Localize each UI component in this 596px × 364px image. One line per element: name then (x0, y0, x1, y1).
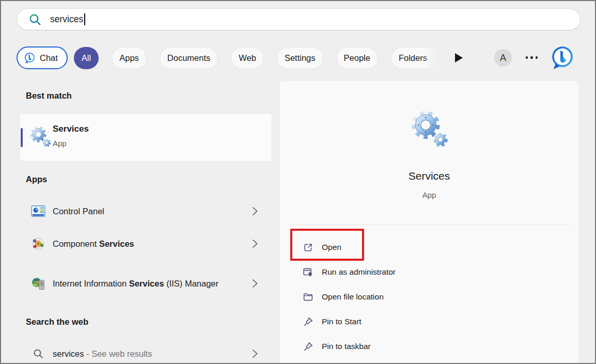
run-as-admin-icon (302, 267, 313, 278)
result-web-search[interactable]: services - See web results (20, 342, 272, 364)
best-match-subtitle: App (53, 139, 67, 148)
pin-icon (302, 316, 313, 327)
preview-subtitle: App (280, 191, 578, 199)
tab-chat-label: Chat (40, 53, 58, 63)
component-services-icon (31, 236, 45, 251)
search-the-web-header: Search the web (26, 317, 88, 327)
search-bar[interactable]: services (17, 8, 581, 30)
pin-icon (302, 341, 313, 352)
tab-settings[interactable]: Settings (277, 47, 323, 69)
tab-apps[interactable]: Apps (112, 47, 147, 69)
tab-people[interactable]: People (336, 47, 378, 69)
bing-chat-launcher-icon[interactable] (550, 45, 575, 72)
folder-icon (302, 292, 313, 303)
web-search-icon (31, 348, 45, 359)
best-match-result[interactable]: Services App (20, 114, 272, 161)
best-match-header: Best match (26, 91, 72, 101)
apps-header: Apps (26, 175, 47, 184)
result-iis-manager[interactable]: Internet Information Services (IIS) Mana… (20, 263, 272, 304)
result-control-panel[interactable]: Control Panel (20, 200, 272, 223)
chevron-right-icon (252, 205, 258, 217)
selection-accent-bar (21, 128, 23, 147)
services-app-icon-large (409, 109, 450, 153)
bing-chat-icon (24, 52, 36, 64)
more-filters-arrow-icon[interactable] (455, 53, 463, 62)
action-open-file-location[interactable]: Open file location (280, 284, 578, 309)
action-pin-to-taskbar[interactable]: Pin to taskbar (280, 334, 578, 359)
divider (290, 225, 569, 225)
tab-all[interactable]: All (74, 47, 99, 69)
chevron-right-icon (252, 347, 258, 360)
search-icon (28, 13, 42, 26)
action-pin-to-start[interactable]: Pin to Start (280, 309, 578, 334)
chevron-right-icon (252, 277, 258, 290)
filter-tabs: Chat All Apps Documents Web Settings Peo… (17, 46, 437, 69)
tab-web[interactable]: Web (231, 47, 264, 69)
chevron-right-icon (252, 238, 258, 250)
result-component-services[interactable]: Component Services (20, 232, 272, 255)
tab-chat[interactable]: Chat (17, 46, 68, 69)
windows-search-flyout: services Chat All Apps Documents Web S (0, 0, 596, 364)
action-open[interactable]: Open (280, 235, 578, 260)
preview-title: Services (280, 170, 578, 182)
action-run-as-administrator[interactable]: Run as administrator (280, 260, 578, 284)
open-external-icon (302, 242, 313, 253)
services-app-icon (28, 125, 52, 151)
preview-panel: Services App Open (280, 81, 578, 364)
best-match-title: Services (53, 124, 89, 134)
account-avatar[interactable]: A (494, 49, 512, 67)
tab-folders[interactable]: Folders (391, 47, 437, 69)
search-input[interactable]: services (50, 14, 83, 25)
more-options-icon[interactable] (524, 56, 539, 59)
control-panel-icon (31, 204, 45, 218)
tab-folders-clipped: Folders (391, 47, 437, 69)
iis-manager-icon (31, 276, 45, 291)
text-caret (84, 13, 85, 25)
tab-documents[interactable]: Documents (160, 47, 218, 69)
